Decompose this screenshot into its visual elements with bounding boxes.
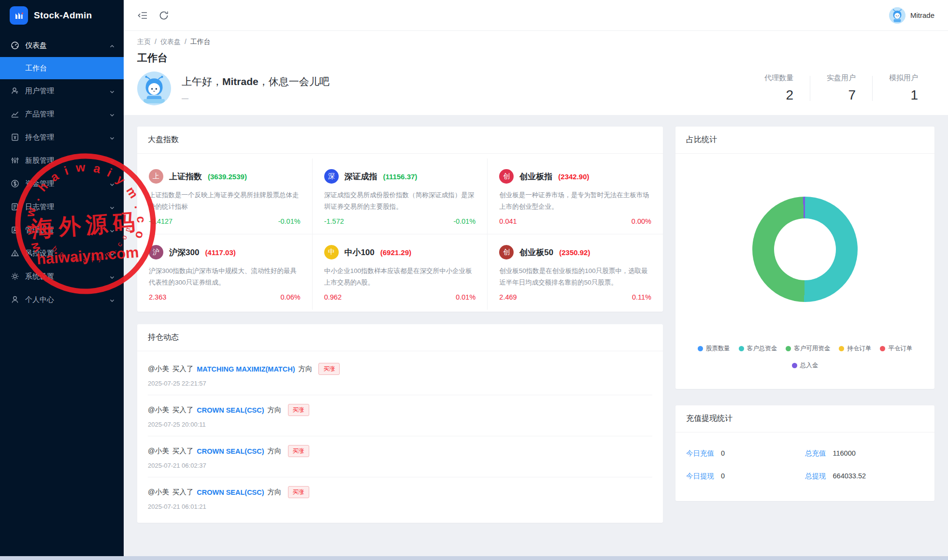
market-index-card: 大盘指数 上 上证指数 (3639.2539) 上证指数是一个反映上海证券交易所…: [137, 127, 663, 312]
index-icon: 深: [324, 169, 339, 184]
sidebar-item-user-management[interactable]: 用户管理: [0, 79, 124, 102]
legend-label: 总入金: [800, 361, 819, 370]
ratio-donut: [752, 197, 858, 302]
refresh-icon[interactable]: [158, 10, 169, 21]
index-cell-chinext50: 创 创业板50 (2350.92) 创业板50指数是在创业板指的100只股票中，…: [488, 234, 663, 310]
app-title: Stock-Admin: [34, 10, 92, 21]
legend-label: 平仓订单: [888, 345, 912, 353]
position-product-link[interactable]: CROWN SEAL(CSC): [197, 447, 264, 455]
position-product-link[interactable]: MATCHING MAXIMIZ(MATCH): [197, 365, 295, 373]
index-name: 沪深300: [169, 247, 199, 258]
total-recharge-value: 116000: [833, 449, 856, 457]
today-recharge-label[interactable]: 今日充值: [686, 449, 714, 458]
stat-label: 实盘用户: [827, 73, 856, 83]
market-index-grid: 上 上证指数 (3639.2539) 上证指数是一个反映上海证券交易所挂牌股票总…: [137, 154, 663, 312]
index-icon: 创: [499, 245, 514, 259]
position-direction-label: 方向: [268, 488, 282, 497]
stat-label: 模拟用户: [889, 73, 918, 83]
user-menu[interactable]: Mitrade: [889, 7, 934, 24]
sidebar-item-ipo-management[interactable]: 新股管理: [0, 149, 124, 172]
horizontal-scrollbar[interactable]: [0, 556, 948, 560]
user-name: Mitrade: [910, 11, 934, 19]
buy-up-badge: 买涨: [288, 445, 309, 457]
sidebar-item-label: 个人中心: [25, 295, 109, 304]
position-direction-label: 方向: [268, 446, 282, 456]
position-time: 2025-07-25 22:21:57: [148, 380, 652, 387]
today-withdraw-label[interactable]: 今日提现: [686, 472, 714, 481]
menu-fold-icon[interactable]: [137, 10, 148, 21]
sidebar-item-position-management[interactable]: 持仓管理: [0, 126, 124, 149]
ipo-sliders-icon: [11, 156, 19, 165]
stat-demo-users: 模拟用户 1: [873, 73, 934, 103]
legend-item[interactable]: 客户可用资金: [786, 345, 830, 353]
sidebar-item-label: 日志管理: [25, 202, 109, 212]
legend-item[interactable]: 客户总资金: [739, 345, 777, 353]
recharge-body: 今日充值 0 总充值 116000 今日提现 0: [675, 432, 934, 501]
sidebar-item-admin-settings[interactable]: 管理设置: [0, 218, 124, 242]
index-icon: 上: [149, 169, 163, 184]
index-change: -1.572: [324, 217, 344, 225]
index-percent: 0.11%: [632, 293, 651, 301]
breadcrumb-home[interactable]: 主页: [137, 38, 151, 46]
index-percent: 0.06%: [281, 293, 301, 301]
greeting-subtitle: —: [182, 94, 330, 102]
buy-up-badge: 买涨: [318, 363, 340, 375]
position-action: 买入了: [172, 488, 194, 497]
index-description: 创业板50指数是在创业板指的100只股票中，选取最近半年日均成交额排名靠前的50…: [499, 265, 651, 288]
main-shell: Mitrade 主页 / 仪表盘 / 工作台 工作台: [124, 0, 948, 556]
position-action: 买入了: [172, 405, 194, 415]
sidebar-item-risk-settings[interactable]: 风控设置: [0, 242, 124, 265]
index-change: -0.4127: [149, 217, 172, 225]
sidebar: Stock-Admin 仪表盘 工作台: [0, 0, 124, 556]
legend-item[interactable]: 总入金: [792, 361, 819, 370]
sidebar-item-product-management[interactable]: 产品管理: [0, 102, 124, 126]
sidebar-item-label: 产品管理: [25, 110, 109, 119]
position-product-link[interactable]: CROWN SEAL(CSC): [197, 488, 264, 496]
index-value: (3639.2539): [208, 172, 247, 181]
sidebar-item-log-management[interactable]: 日志管理: [0, 195, 124, 218]
legend-label: 客户可用资金: [794, 345, 830, 353]
chevron-down-icon: [109, 134, 115, 140]
legend-item[interactable]: 持仓订单: [839, 345, 871, 353]
index-description: 沪深300指数由沪深市场中规模大、流动性好的最具代表性的300只证券组成。: [149, 265, 301, 288]
legend-dot: [839, 346, 844, 351]
greeting-username: Mitrade: [222, 76, 259, 87]
sidebar-item-system-settings[interactable]: 系统设置: [0, 265, 124, 288]
chevron-down-icon: [109, 297, 115, 302]
index-change: 2.363: [149, 293, 166, 301]
ratio-title: 占比统计: [675, 127, 934, 154]
legend-dot: [698, 346, 703, 351]
stat-value: 7: [827, 87, 856, 103]
sidebar-item-label: 资金管理: [25, 179, 109, 188]
breadcrumb-dashboard[interactable]: 仪表盘: [160, 38, 181, 46]
positions-card: 持仓动态 @小美 买入了 MATCHING MAXIMIZ(MATCH) 方向 …: [137, 324, 663, 523]
ratio-chart: [675, 154, 934, 345]
chevron-up-icon: [109, 43, 115, 48]
index-change: 0.962: [324, 293, 342, 301]
total-withdraw-value: 664033.52: [833, 472, 866, 480]
legend-item[interactable]: 股票数量: [698, 345, 730, 353]
legend-label: 客户总资金: [747, 345, 777, 353]
index-cell-shanghai: 上 上证指数 (3639.2539) 上证指数是一个反映上海证券交易所挂牌股票总…: [137, 158, 313, 234]
index-value: (11156.37): [383, 172, 417, 181]
sidebar-item-workbench[interactable]: 工作台: [0, 57, 124, 79]
sidebar-item-profile[interactable]: 个人中心: [0, 288, 124, 311]
position-time: 2025-07-25 20:00:11: [148, 421, 652, 428]
sidebar-item-fund-management[interactable]: 资金管理: [0, 172, 124, 195]
position-product-link[interactable]: CROWN SEAL(CSC): [197, 406, 264, 414]
app-logo[interactable]: Stock-Admin: [0, 0, 124, 31]
breadcrumb-separator: /: [185, 38, 187, 46]
total-withdraw-label[interactable]: 总提现: [805, 472, 826, 481]
chevron-down-icon: [109, 111, 115, 117]
chevron-down-icon: [109, 158, 115, 163]
index-description: 中小企业100指数样本应该都是在深交所中小企业板上市交易的A股。: [324, 265, 476, 288]
profile-icon: [11, 295, 19, 304]
index-value: (2350.92): [559, 248, 590, 257]
positions-title: 持仓动态: [137, 324, 663, 351]
legend-item[interactable]: 平仓订单: [880, 345, 912, 353]
sidebar-subitem-label: 工作台: [25, 64, 47, 73]
sidebar-item-dashboard[interactable]: 仪表盘: [0, 34, 124, 57]
index-description: 深证成指交易所成份股价指数（简称深证成指）是深圳证券交易所的主要股指。: [324, 189, 476, 213]
index-percent: 0.00%: [632, 217, 651, 225]
total-recharge-label[interactable]: 总充值: [805, 449, 826, 458]
